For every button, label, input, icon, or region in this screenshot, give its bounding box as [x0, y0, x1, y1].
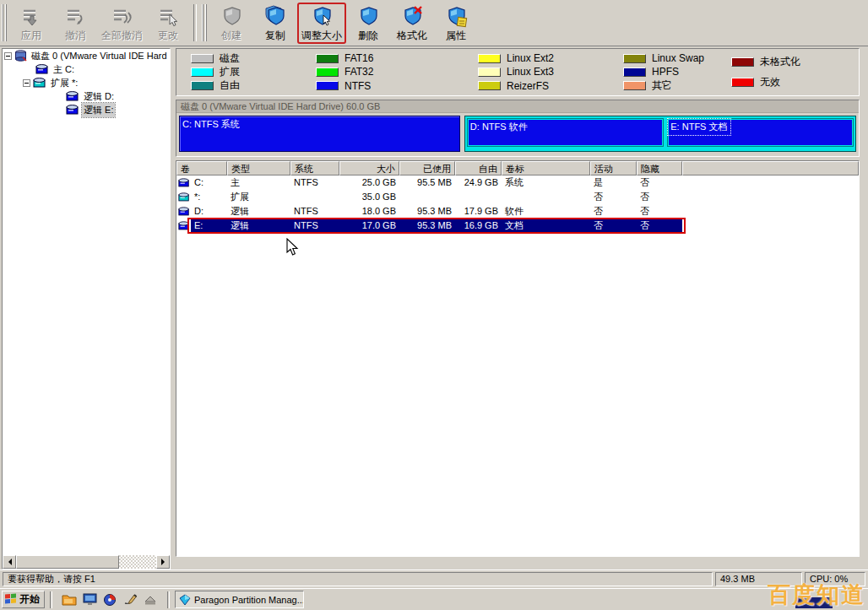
legend-label: 其它	[652, 78, 672, 93]
legend-column: Linux Ext2Linux Ext3ReizerFS	[478, 51, 623, 93]
legend-swatch	[478, 81, 501, 90]
expander-minus-icon[interactable]	[4, 52, 12, 60]
cell-used: 95.3 MB	[399, 219, 455, 233]
tree-item-磁盘-0-(VMware-Virtual-IDE-Hard[interactable]: 磁盘 0 (VMware Virtual IDE Hard	[3, 49, 170, 62]
toolbar-button-应用[interactable]: 应用	[9, 3, 53, 44]
toolbar-gripper[interactable]	[202, 4, 208, 41]
legend-item: Linux Swap	[623, 51, 731, 65]
cell-system: NTFS	[290, 175, 339, 190]
format-icon	[400, 5, 424, 29]
toolbar-button-复制[interactable]: 复制	[253, 3, 297, 44]
expander-minus-icon[interactable]	[23, 79, 30, 87]
tree-item-label: 逻辑 E:	[82, 103, 115, 117]
start-button-label: 开始	[19, 592, 40, 607]
toolbar-button-更改[interactable]: 更改	[146, 3, 190, 44]
volume-icon	[176, 219, 191, 233]
legend-swatch	[731, 78, 754, 87]
tree-item-label: 扩展 *:	[49, 76, 79, 90]
cell-free: 16.9 GB	[455, 219, 502, 233]
toolbar-button-label: 全部撤消	[101, 30, 142, 41]
volume-row-E:[interactable]: E:逻辑NTFS17.0 GB95.3 MB16.9 GB文档否否	[176, 219, 859, 233]
legend-swatch	[623, 67, 646, 77]
volume-icon	[176, 190, 191, 204]
legend-column: 未格式化无效	[731, 51, 859, 93]
scroll-left-button[interactable]	[3, 555, 16, 569]
column-header-活动[interactable]: 活动	[590, 161, 637, 175]
cell-volume: *:	[191, 190, 227, 204]
legend-item: 未格式化	[731, 55, 859, 68]
tree-item-逻辑-D:[interactable]: 逻辑 D:	[3, 89, 170, 103]
scroll-right-button[interactable]	[156, 555, 170, 569]
column-header-已使用[interactable]: 已使用	[399, 161, 455, 175]
tree-item-主-C:[interactable]: 主 C:	[3, 62, 170, 76]
show-desktop-icon[interactable]	[142, 591, 159, 608]
toolbar-button-调整大小[interactable]: 调整大小	[297, 3, 346, 44]
legend-label: ReizerFS	[507, 80, 549, 92]
legend-item: Linux Ext2	[478, 51, 623, 65]
partition-icon	[33, 78, 46, 89]
column-header-卷[interactable]: 卷	[176, 161, 227, 175]
volume-row-D:[interactable]: D:逻辑NTFS18.0 GB95.3 MB17.9 GB软件否否	[176, 204, 859, 219]
tree-item-扩展-*:[interactable]: 扩展 *:	[3, 76, 170, 89]
cell-type: 逻辑	[227, 204, 290, 219]
toolbar-gripper[interactable]	[2, 4, 8, 41]
legend-swatch	[316, 81, 339, 90]
quick-launch-bar	[57, 591, 162, 608]
column-header-卷标[interactable]: 卷标	[502, 161, 590, 175]
legend-label: 未格式化	[760, 55, 800, 69]
toolbar-button-撤消[interactable]: 撤消	[53, 3, 97, 44]
column-header-自由[interactable]: 自由	[455, 161, 502, 175]
pen-icon[interactable]	[122, 591, 138, 608]
column-header-隐藏[interactable]: 隐藏	[637, 161, 682, 175]
cell-hidden: 否	[637, 190, 682, 204]
partition-icon	[35, 64, 49, 75]
desktop-icon[interactable]	[81, 591, 98, 608]
scrollbar-thumb[interactable]	[16, 555, 119, 569]
column-header-类型[interactable]: 类型	[227, 161, 290, 175]
cell-volume: D:	[191, 204, 227, 219]
partition-block-d[interactable]: D: NTFS 软件	[467, 118, 664, 147]
partition-block-c[interactable]: C: NTFS 系统	[179, 116, 460, 152]
cell-size: 18.0 GB	[339, 204, 399, 219]
task-button-paragon[interactable]: Paragon Partition Manag...	[175, 591, 304, 608]
cell-free: 24.9 GB	[455, 175, 502, 190]
media-player-icon[interactable]	[101, 591, 118, 608]
column-header-系统[interactable]: 系统	[290, 161, 339, 175]
volume-row-*:[interactable]: *:扩展35.0 GB否否	[176, 190, 859, 204]
tree-item-逻辑-E:[interactable]: 逻辑 E:	[3, 103, 170, 116]
partition-block-label: C: NTFS 系统	[180, 116, 242, 132]
start-button[interactable]: 开始	[2, 591, 45, 608]
toolbar-button-属性[interactable]: 属性	[434, 3, 478, 44]
undo-all-icon	[110, 5, 133, 29]
legend-label: 磁盘	[220, 51, 240, 66]
toolbar-button-label: 撤消	[65, 30, 85, 41]
partition-block-e[interactable]: E: NTFS 文档	[667, 118, 854, 147]
volume-icon	[176, 175, 191, 190]
toolbar: 应用 撤消 全部撤消 更改 创建 复制 调整大小 删除 格式化 属性	[0, 0, 868, 46]
copy-icon	[263, 5, 287, 29]
volume-table-panel: 卷类型系统大小已使用自由卷标活动隐藏 C:主NTFS25.0 GB95.5 MB…	[176, 160, 860, 557]
legend-item: Linux Ext3	[478, 65, 623, 78]
scrollbar-track[interactable]	[119, 555, 156, 569]
toolbar-button-label: 更改	[158, 30, 178, 41]
cell-hidden: 否	[637, 219, 682, 233]
toolbar-button-label: 属性	[446, 30, 466, 41]
column-header-filler	[682, 161, 859, 175]
toolbar-button-删除[interactable]: 删除	[346, 3, 390, 44]
legend-item: 自由	[191, 79, 316, 93]
toolbar-button-创建[interactable]: 创建	[209, 3, 253, 44]
toolbar-button-label: 格式化	[397, 30, 427, 41]
tree-horizontal-scrollbar[interactable]	[3, 555, 170, 569]
volume-row-C:[interactable]: C:主NTFS25.0 GB95.5 MB24.9 GB系统是否	[176, 175, 859, 190]
toolbar-button-格式化[interactable]: 格式化	[390, 3, 434, 44]
column-header-大小[interactable]: 大小	[339, 161, 399, 175]
tree-item-label: 磁盘 0 (VMware Virtual IDE Hard	[30, 49, 169, 63]
legend-label: FAT16	[344, 52, 373, 64]
cell-size: 17.0 GB	[339, 219, 399, 233]
toolbar-button-全部撤消[interactable]: 全部撤消	[97, 3, 146, 44]
partition-icon	[66, 91, 79, 102]
cell-type: 逻辑	[227, 219, 290, 233]
folder-icon[interactable]	[61, 591, 78, 608]
cell-free	[455, 190, 502, 204]
toolbar-button-label: 调整大小	[301, 30, 342, 41]
